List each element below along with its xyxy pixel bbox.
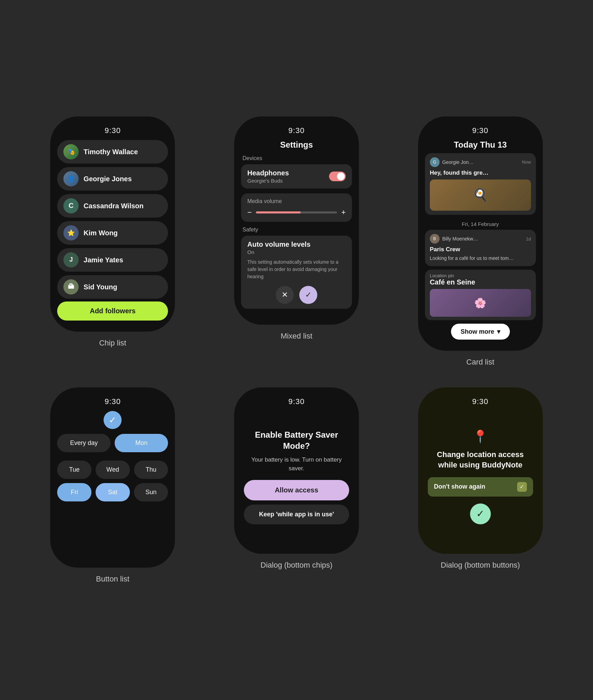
- slider-fill: [256, 211, 301, 213]
- location-pin-label: Location pin: [430, 273, 531, 278]
- card-list-watch: 9:30 Today Thu 13 G Georgie Jon… Now Hey…: [418, 116, 543, 351]
- auto-volume-desc: This setting automatically sets volume t…: [247, 259, 346, 280]
- device-sub: Georgie's Buds: [247, 178, 289, 184]
- button-list-watch: 9:30 ✓ Every day Mon Tue Wed Thu Fri Sat…: [50, 387, 175, 568]
- dialog-chips-time: 9:30: [289, 397, 305, 406]
- dialog-chips-title: Enable Battery Saver Mode?: [244, 429, 349, 451]
- check-icon: ✓: [104, 411, 122, 429]
- sat-button[interactable]: Sat: [96, 483, 130, 501]
- dont-show-row[interactable]: Don't show again ✓: [428, 477, 533, 497]
- chip-list-time: 9:30: [105, 126, 121, 135]
- card-list-time: 9:30: [472, 126, 488, 135]
- dialog-chips-label: Dialog (bottom chips): [260, 561, 333, 570]
- notif-avatar-georgie: G: [430, 157, 440, 167]
- safety-label: Safety: [241, 227, 258, 233]
- fri-button[interactable]: Fri: [57, 483, 91, 501]
- notif-name-1: Georgie Jon…: [442, 159, 519, 165]
- tue-button[interactable]: Tue: [57, 461, 91, 479]
- chip-cassandra[interactable]: C Cassandra Wilson: [57, 194, 168, 218]
- auto-volume-title: Auto volume levels: [247, 240, 346, 248]
- avatar-jamie: J: [63, 252, 79, 268]
- devices-label: Devices: [241, 155, 262, 161]
- dont-show-checkbox[interactable]: ✓: [517, 482, 527, 492]
- chip-name-sid: Sid Young: [83, 283, 117, 291]
- button-list-cell: 9:30 ✓ Every day Mon Tue Wed Thu Fri Sat…: [28, 387, 198, 584]
- volume-slider[interactable]: − +: [247, 208, 346, 217]
- avatar-sid: 🏔: [63, 279, 79, 295]
- dialog-buttons-cell: 9:30 📍 Change location access while usin…: [395, 387, 565, 584]
- headphones-row[interactable]: Headphones Georgie's Buds: [241, 164, 352, 189]
- notification-card-1[interactable]: G Georgie Jon… Now Hey, found this gre… …: [425, 153, 536, 215]
- chip-kim[interactable]: ⭐ Kim Wong: [57, 221, 168, 245]
- mixed-list-cell: 9:30 Settings Devices Headphones Georgie…: [212, 116, 382, 367]
- thu-button[interactable]: Thu: [134, 461, 168, 479]
- button-list-time: 9:30: [105, 397, 121, 406]
- sun-button[interactable]: Sun: [134, 483, 168, 501]
- add-followers-button[interactable]: Add followers: [57, 301, 168, 321]
- dialog-chips-body: Your battery is low. Turn on battery sav…: [244, 455, 349, 473]
- volume-increase-button[interactable]: +: [341, 208, 346, 217]
- avatar-kim: ⭐: [63, 225, 79, 240]
- notif-title-2: Paris Crew: [430, 246, 531, 253]
- dialog-buttons-time: 9:30: [472, 397, 488, 406]
- chip-timothy[interactable]: 🎭 Timothy Wallace: [57, 140, 168, 164]
- keep-button[interactable]: Keep 'while app is in use': [244, 505, 349, 524]
- mon-button[interactable]: Mon: [115, 434, 168, 452]
- chip-jamie[interactable]: J Jamie Yates: [57, 248, 168, 272]
- chip-list-contacts: 🎭 Timothy Wallace 👤 Georgie Jones C Cass…: [57, 140, 168, 299]
- show-more-label: Show more: [461, 328, 494, 335]
- button-list-label: Button list: [96, 575, 130, 584]
- location-name: Café en Seine: [430, 278, 531, 286]
- slider-track[interactable]: [256, 211, 337, 213]
- dialog-chips-cell: 9:30 Enable Battery Saver Mode? Your bat…: [212, 387, 382, 584]
- every-day-button[interactable]: Every day: [57, 434, 110, 452]
- notif-time-1: Now: [522, 159, 531, 165]
- notif-image-1: 🍳: [430, 180, 531, 211]
- chevron-down-icon: ▾: [497, 328, 500, 335]
- location-confirm-button[interactable]: ✓: [470, 504, 491, 524]
- mixed-list-time: 9:30: [289, 126, 305, 135]
- mixed-list-label: Mixed list: [281, 332, 312, 341]
- headphones-toggle[interactable]: [329, 172, 346, 181]
- volume-label: Media volume: [247, 198, 346, 204]
- auto-volume-state: On: [247, 249, 346, 255]
- dont-show-label: Don't show again: [434, 483, 485, 490]
- notif-avatar-billy: B: [430, 234, 440, 244]
- show-more-button[interactable]: Show more ▾: [451, 324, 510, 340]
- device-name: Headphones: [247, 169, 289, 177]
- notif-body-2: Looking for a café for us to meet tom…: [430, 255, 531, 262]
- chip-sid[interactable]: 🏔 Sid Young: [57, 275, 168, 299]
- location-pin-icon: 📍: [472, 429, 488, 444]
- wed-button[interactable]: Wed: [96, 461, 130, 479]
- volume-row: Media volume − +: [241, 193, 352, 222]
- chip-name-timothy: Timothy Wallace: [83, 148, 138, 156]
- location-image: 🌸: [430, 289, 531, 317]
- today-label: Today Thu 13: [454, 140, 507, 150]
- settings-title: Settings: [280, 140, 313, 150]
- location-dialog-title: Change location access while using Buddy…: [428, 449, 533, 470]
- divider-date: Fri, 14 February: [425, 221, 536, 227]
- dialog-chips-watch: 9:30 Enable Battery Saver Mode? Your bat…: [234, 387, 359, 554]
- chip-list-watch: 9:30 🎭 Timothy Wallace 👤 Georgie Jones C…: [50, 116, 175, 332]
- chip-list-label: Chip list: [99, 339, 126, 348]
- avatar-georgie: 👤: [63, 171, 79, 186]
- chip-list-cell: 9:30 🎭 Timothy Wallace 👤 Georgie Jones C…: [28, 116, 198, 367]
- cancel-button[interactable]: ✕: [276, 286, 294, 304]
- chip-name-jamie: Jamie Yates: [83, 256, 123, 264]
- dialog-buttons-label: Dialog (bottom buttons): [441, 561, 520, 570]
- confirm-button[interactable]: ✓: [299, 286, 317, 304]
- volume-decrease-button[interactable]: −: [247, 208, 252, 217]
- confirm-checkmark: ✓: [476, 508, 484, 519]
- notification-card-2[interactable]: B Billy Moenekw… 1d Paris Crew Looking f…: [425, 230, 536, 266]
- notif-title-1: Hey, found this gre…: [430, 169, 531, 177]
- allow-access-button[interactable]: Allow access: [244, 480, 349, 500]
- avatar-cassandra: C: [63, 198, 79, 213]
- notif-time-2: 1d: [526, 236, 531, 242]
- location-card[interactable]: Location pin Café en Seine 🌸: [425, 270, 536, 320]
- mixed-list-watch: 9:30 Settings Devices Headphones Georgie…: [234, 116, 359, 325]
- card-list-cell: 9:30 Today Thu 13 G Georgie Jon… Now Hey…: [395, 116, 565, 367]
- chip-georgie[interactable]: 👤 Georgie Jones: [57, 167, 168, 191]
- card-list-label: Card list: [466, 358, 494, 367]
- chip-name-cassandra: Cassandra Wilson: [83, 202, 143, 210]
- chip-name-kim: Kim Wong: [83, 229, 118, 237]
